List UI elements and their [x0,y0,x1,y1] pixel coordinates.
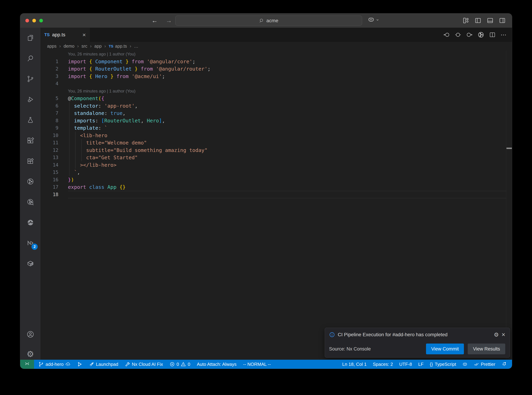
status-copilot[interactable] [462,362,468,367]
breadcrumb-separator: › [90,44,91,49]
status-nx-cloud-fix[interactable]: Nx Cloud AI Fix [125,362,163,367]
search-icon [27,55,34,62]
status-source-control-graph[interactable] [77,362,82,367]
status-vim-mode[interactable]: -- NORMAL -- [243,362,271,367]
line-number: 2 [40,65,68,73]
close-window-button[interactable] [25,19,29,22]
close-notification-icon[interactable]: × [502,332,505,337]
zoom-window-button[interactable] [39,19,43,22]
minimize-window-button[interactable] [32,19,36,22]
status-eol[interactable]: LF [418,362,423,367]
sidebar-item-testing[interactable] [20,110,40,130]
toggle-panel-icon[interactable] [487,17,494,24]
breadcrumb-file[interactable]: TS app.ts [109,44,127,49]
next-change-icon[interactable] [466,32,473,38]
code-line[interactable]: 10 <lib-hero [40,132,506,139]
toggle-secondary-sidebar-icon[interactable] [499,17,506,24]
status-branch[interactable]: add-hero [38,362,70,367]
sidebar-item-extensions[interactable] [20,130,40,151]
code-line[interactable]: 11 title="Welcmoe demo" [40,139,506,147]
tab-app-ts[interactable]: TS app.ts × [40,28,90,42]
tab-strip: TS app.ts × ⋯ [40,28,512,42]
status-cursor-position[interactable]: Ln 18, Col 1 [342,362,367,367]
breadcrumb-item[interactable]: demo [64,44,75,49]
sidebar-item-containers[interactable] [20,253,40,274]
split-editor-icon[interactable] [489,32,496,38]
tab-label: app.ts [52,32,80,38]
code-line[interactable]: 12 subtitle="Build something amazing tod… [40,147,506,154]
prettier-label: Prettier [481,362,495,367]
code-line[interactable]: 14 ></lib-hero> [40,161,506,169]
code-editor[interactable]: You, 26 minutes ago | 1 author (You)1imp… [40,50,512,360]
sidebar-item-nx-tasks[interactable] [20,171,40,192]
line-number: 16 [40,176,68,184]
swirl-logo-icon [27,219,34,226]
code-line[interactable]: 1import { Component } from '@angular/cor… [40,58,506,65]
sidebar-item-source-control[interactable] [20,69,40,89]
breadcrumb-item[interactable]: apps [47,44,56,49]
source-control-icon [27,75,34,82]
notification-settings-icon[interactable]: ⚙ [494,331,499,338]
breadcrumb-symbol-more[interactable]: … [134,44,138,49]
beaker-icon [27,116,34,124]
sidebar-item-project-graph[interactable] [20,151,40,171]
files-icon [27,34,34,42]
status-problems[interactable]: 0 0 [170,362,190,367]
sidebar-item-nx-cloud[interactable] [20,192,40,212]
code-line[interactable]: 5@Component({ [40,95,506,102]
typescript-file-icon: TS [44,32,50,37]
copilot-menu-button[interactable]: ⌄ [368,16,379,23]
remote-indicator[interactable] [20,360,34,369]
line-number: 4 [40,80,68,88]
warning-count: 0 [188,362,190,367]
status-encoding[interactable]: UTF-8 [399,362,412,367]
view-results-button[interactable]: View Results [468,344,505,354]
code-line[interactable]: 7 standalone: true, [40,110,506,117]
status-auto-attach[interactable]: Auto Attach: Always [197,362,236,367]
sidebar-item-search[interactable] [20,48,40,69]
blame-row: You, 26 minutes ago | 1 author (You) [40,88,506,95]
code-line[interactable]: 9 template: ` [40,124,506,132]
customize-layout-icon[interactable] [462,17,469,24]
typescript-file-icon: TS [109,44,113,48]
line-number: 8 [40,117,68,125]
status-launchpad[interactable]: Launchpad [89,362,118,367]
sidebar-item-run-debug[interactable] [20,89,40,110]
more-actions-icon[interactable]: ⋯ [500,31,507,38]
status-notifications[interactable] [502,362,507,367]
nx-graph-icon[interactable] [478,32,484,38]
back-icon[interactable]: ← [151,17,158,24]
sidebar-item-explorer[interactable] [20,28,40,48]
code-line[interactable]: 17export class App {} [40,183,506,191]
status-indentation[interactable]: Spaces: 2 [373,362,393,367]
toggle-primary-sidebar-icon[interactable] [474,17,481,24]
code-line[interactable]: 4 [40,80,506,88]
view-commit-button[interactable]: View Commit [426,344,464,354]
status-prettier[interactable]: Prettier [474,362,495,367]
code-line[interactable]: 16}) [40,176,506,184]
code-line[interactable]: 18 [40,191,506,198]
line-number: 13 [40,154,68,161]
breadcrumb-item[interactable]: app [94,44,102,49]
command-center-search[interactable]: acme [175,16,362,26]
close-tab-icon[interactable]: × [82,32,86,38]
code-line[interactable]: 3import { Hero } from '@acme/ui'; [40,73,506,80]
current-change-icon[interactable] [455,32,461,38]
account-button[interactable] [20,326,40,343]
previous-change-icon[interactable] [443,32,450,38]
sidebar-item-nx-console[interactable]: 2 [20,233,40,253]
code-line[interactable]: 13 cta="Get Started" [40,154,506,161]
line-number: 10 [40,132,68,139]
code-line[interactable]: 15 `, [40,169,506,176]
forward-icon[interactable]: → [166,17,172,24]
titlebar: ← → acme ⌄ [20,13,512,28]
breadcrumb-item[interactable]: src [81,44,87,49]
code-line[interactable]: 8 imports: [RouterOutlet, Hero], [40,117,506,125]
status-language[interactable]: {} TypeScript [430,362,456,367]
code-line[interactable]: 2import { RouterOutlet } from '@angular/… [40,65,506,73]
copilot-icon [368,16,375,23]
code-line[interactable]: 6 selector: 'app-root', [40,102,506,110]
indent-guide [75,132,75,169]
language-label: TypeScript [435,362,456,367]
sidebar-item-webview[interactable] [20,212,40,233]
